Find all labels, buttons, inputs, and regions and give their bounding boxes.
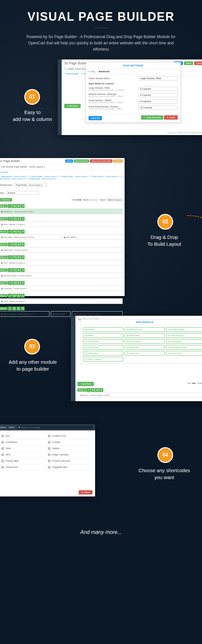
shortcode-item[interactable]: Gallery: [46, 446, 92, 452]
module-item[interactable]: So Extra Slider: [125, 333, 165, 338]
gear-icon[interactable]: ⚙: [12, 268, 16, 272]
row-item[interactable]: ▦ Best Sellers: [61, 234, 123, 240]
save-button[interactable]: Save: [65, 159, 73, 163]
copy-icon[interactable]: ⧉: [16, 307, 20, 310]
shortcode-item[interactable]: Image Carousel: [46, 452, 92, 458]
gear-icon[interactable]: ⚙: [12, 230, 16, 234]
small-select[interactable]: 6 Columns: [138, 99, 178, 104]
add-icon[interactable]: +: [8, 268, 12, 272]
row-item[interactable]: ▦ Slideshow - Home Layout 1,3,5,6,7: [0, 209, 123, 214]
add-row-button[interactable]: + Add Row: [0, 198, 12, 201]
save-all-button[interactable]: Save All: [89, 116, 102, 120]
row-icon[interactable]: +: [87, 388, 91, 392]
medium-select[interactable]: 4 Columns: [138, 93, 178, 97]
cancel-button[interactable]: Cancel: [113, 159, 123, 163]
copy-icon[interactable]: ⧉: [16, 230, 20, 234]
builder-tab[interactable]: ✎ Page Builder - Home Layout 4: [90, 175, 119, 177]
module-item[interactable]: So Listing Tabs: [83, 345, 123, 350]
gear-icon[interactable]: ⚙: [12, 307, 16, 310]
copy-icon[interactable]: ⧉: [16, 242, 20, 246]
save-button-2[interactable]: Save: [184, 61, 193, 65]
delete-icon[interactable]: ✕: [21, 255, 25, 259]
shortcode-item[interactable]: Product Carousel: [46, 458, 92, 464]
module-item[interactable]: So Search Pro: [125, 351, 165, 356]
delete-icon[interactable]: ✕: [21, 281, 25, 285]
copy-icon[interactable]: ⧉: [16, 281, 20, 285]
module-item[interactable]: So Category Slider: [166, 327, 202, 332]
module-item[interactable]: So Filter Shop By: [166, 333, 202, 338]
shortcode-item[interactable]: Pricing Table: [0, 458, 46, 464]
row-item[interactable]: ▦ Electronics - Home Layout 1: [0, 247, 123, 253]
row-icon[interactable]: ⧉: [95, 388, 99, 392]
search-input[interactable]: 🔍 Search for shortcodes: [17, 426, 93, 429]
row-content[interactable]: Slideshow - Home Layout 1,3,5,6,7: [77, 393, 202, 398]
shortcode-item[interactable]: Counter: [46, 439, 92, 446]
add-module-link[interactable]: + Add Module: [64, 73, 78, 75]
row-icon[interactable]: ✕: [99, 388, 103, 392]
copy-icon[interactable]: ⧉: [16, 204, 20, 208]
shortcode-item[interactable]: Countdown: [0, 439, 46, 446]
add-new-link[interactable]: + Add New: [0, 171, 8, 173]
shortcode-item[interactable]: Togglable Tabs: [46, 464, 92, 471]
module-item[interactable]: So Megamenu: [125, 345, 165, 350]
add-icon[interactable]: +: [8, 217, 12, 221]
import-select[interactable]: Select A Layout: [107, 198, 123, 201]
gear-icon[interactable]: ⚙: [12, 281, 16, 285]
gear-icon[interactable]: ⚙: [12, 204, 16, 208]
xsmall-select[interactable]: 12 Columns: [138, 105, 178, 110]
add-icon[interactable]: +: [8, 307, 12, 310]
save-new-button[interactable]: Save And Create New: [90, 159, 112, 163]
add-icon[interactable]: +: [8, 255, 12, 259]
module-item[interactable]: So Html Content: [125, 339, 165, 344]
add-icon[interactable]: +: [8, 204, 12, 208]
screen-active-select[interactable]: Large Devices, Wide: [138, 76, 178, 80]
delete-icon[interactable]: ✕: [21, 217, 25, 221]
delete-icon[interactable]: ✕: [21, 268, 25, 272]
copy-icon[interactable]: ⧉: [16, 294, 20, 298]
cancel-button[interactable]: Cancel: [194, 61, 202, 65]
close-button[interactable]: ✕ Close: [79, 490, 92, 494]
copy-icon[interactable]: ⧉: [16, 268, 20, 272]
gear-icon[interactable]: ⚙: [12, 217, 16, 221]
add-icon[interactable]: +: [8, 294, 12, 298]
module-item[interactable]: So Social Login: [166, 351, 202, 356]
module-item[interactable]: So Latest Blog: [166, 339, 202, 344]
shortcode-item[interactable]: Html: [0, 452, 46, 458]
add-icon[interactable]: +: [8, 242, 12, 246]
module-item[interactable]: Bestsellers: [83, 327, 123, 332]
row-item[interactable]: ▦ Hot Deals - Home Layout 1,2,4,5,6: [0, 234, 60, 240]
tab-other[interactable]: Other: [9, 426, 14, 428]
row-icon[interactable]: ⚙: [91, 388, 95, 392]
shortcode-item[interactable]: Social Icons: [0, 464, 46, 471]
tab-advanced[interactable]: Advanced: [98, 70, 109, 73]
delete-icon[interactable]: ✕: [21, 230, 25, 234]
delete-icon[interactable]: ✕: [21, 204, 25, 208]
module-item[interactable]: So Super Category: [83, 357, 123, 361]
module-item[interactable]: So Basic Products: [125, 327, 165, 332]
builder-tab[interactable]: ✎ Page Builder - Home Layout 2: [29, 175, 58, 177]
row-item[interactable]: ▦ Html - Banner 2 Layout 1: [0, 260, 123, 265]
row-item[interactable]: ▦ Html - Banner 1 Layout 1: [0, 221, 123, 227]
gear-icon[interactable]: ⚙: [12, 294, 16, 298]
delete-icon[interactable]: ✕: [21, 242, 25, 246]
add-row-button[interactable]: + Add Row: [77, 382, 94, 386]
add-icon[interactable]: +: [8, 281, 12, 285]
tab-config[interactable]: Config: [89, 70, 95, 73]
add-row-button[interactable]: + Add Row: [64, 104, 81, 108]
gear-icon[interactable]: ⚙: [12, 255, 16, 259]
save-edit-button[interactable]: Save And Edit: [74, 159, 90, 163]
shortcode-item[interactable]: Flickr: [0, 446, 46, 452]
module-item[interactable]: So Deals: [83, 333, 123, 338]
delete-icon[interactable]: ✕: [21, 294, 25, 298]
add-icon[interactable]: +: [8, 230, 12, 234]
tab-gallery[interactable]: Gallery: [0, 426, 6, 428]
module-name-input[interactable]: Page Builder - Home Layout 1: [14, 183, 47, 187]
copy-icon[interactable]: ⧉: [16, 255, 20, 259]
module-item[interactable]: So Newsletter Custom: [166, 345, 202, 350]
row-item[interactable]: ▦ Html - Banner 3 Layout 1: [0, 298, 123, 304]
shortcode-item[interactable]: Contact Form: [46, 433, 92, 439]
builder-tab[interactable]: ✎ Page Builder - Home Layout 1: [0, 175, 27, 177]
delete-icon[interactable]: ✕: [21, 307, 25, 310]
status-select[interactable]: Enabled: [6, 191, 39, 195]
module-item[interactable]: So Quick View: [83, 351, 123, 356]
